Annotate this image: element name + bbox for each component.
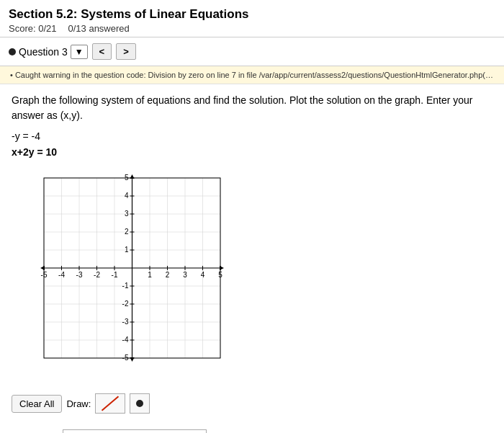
- warning-message: • Caught warning in the question code: D…: [0, 66, 504, 84]
- clear-all-button[interactable]: Clear All: [12, 395, 62, 413]
- prev-question-button[interactable]: <: [92, 43, 112, 60]
- draw-controls: Clear All Draw:: [12, 393, 492, 414]
- draw-label: Draw:: [66, 398, 91, 409]
- equation-1: -y = -4: [12, 130, 492, 142]
- answered-display: 0/13 answered: [68, 23, 130, 34]
- solution-input[interactable]: [63, 429, 207, 433]
- question-dot-indicator: [9, 48, 16, 55]
- question-dropdown-button[interactable]: ▼: [71, 45, 88, 59]
- navigation-row: Question 3 ▼ < >: [0, 37, 504, 66]
- equation-2: x+2y = 10: [12, 146, 492, 158]
- warning-bullet: •: [10, 71, 13, 79]
- warning-text: Caught warning in the question code: Div…: [15, 71, 504, 79]
- line-tool-icon: [102, 396, 119, 411]
- graph-canvas[interactable]: [19, 171, 228, 380]
- page-header: Section 5.2: Systems of Linear Equations…: [0, 0, 504, 37]
- question-selector: Question 3 ▼: [9, 45, 88, 59]
- next-question-button[interactable]: >: [116, 43, 136, 60]
- question-label: Question 3: [19, 46, 68, 58]
- point-tool-icon: [136, 400, 143, 407]
- point-draw-tool[interactable]: [130, 393, 150, 414]
- page-title: Section 5.2: Systems of Linear Equations: [9, 7, 495, 22]
- problem-instructions: Graph the following system of equations …: [12, 93, 492, 123]
- score-display: Score: 0/21: [9, 23, 57, 34]
- graph-container: [19, 171, 228, 380]
- main-content: Graph the following system of equations …: [0, 84, 504, 433]
- line-draw-tool[interactable]: [95, 393, 125, 414]
- solution-row: Solution =: [12, 429, 492, 433]
